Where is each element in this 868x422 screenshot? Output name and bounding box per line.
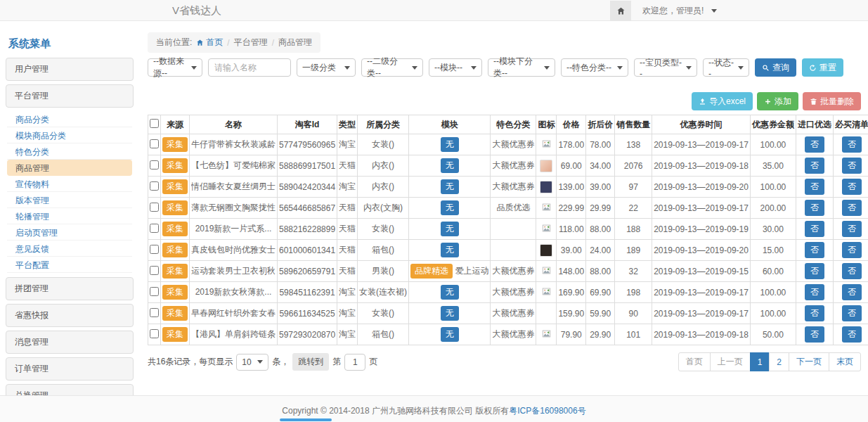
breadcrumb-separator: /	[272, 38, 274, 48]
sidebar-item-平台配置[interactable]: 平台配置	[7, 257, 132, 273]
row-checkbox[interactable]	[150, 245, 159, 254]
row-checkbox[interactable]	[150, 203, 159, 212]
must-buy-toggle[interactable]: 否	[842, 136, 862, 153]
coupon-time-cell: 2019-09-13—2019-09-17	[652, 134, 751, 155]
sidebar-item-宣传物料[interactable]: 宣传物料	[7, 176, 132, 192]
filter-level1-select[interactable]: 一级分类	[297, 58, 356, 77]
row-checkbox[interactable]	[150, 224, 159, 233]
must-buy-toggle[interactable]: 否	[842, 263, 862, 279]
must-buy-toggle[interactable]: 否	[842, 200, 862, 216]
price-cell: 69.00	[557, 155, 586, 177]
pager-button-1[interactable]: 1	[750, 352, 770, 371]
add-button[interactable]: 添加	[757, 92, 798, 110]
breadcrumb-home-link[interactable]: 首页	[196, 37, 223, 49]
page-size-select[interactable]: 10	[236, 354, 268, 371]
row-checkbox[interactable]	[150, 139, 159, 148]
sidebar-item-启动页管理[interactable]: 启动页管理	[7, 224, 132, 241]
module-cell: 品牌精选 爱上运动	[409, 261, 491, 282]
taoke-id-cell: 601000601341	[278, 240, 337, 261]
sidebar-section-平台管理[interactable]: 平台管理	[6, 84, 134, 108]
filter-source-select[interactable]: --数据来源--	[148, 58, 202, 77]
sidebar-section-用户管理[interactable]: 用户管理	[6, 58, 134, 81]
sidebar-section-订单管理[interactable]: 订单管理	[6, 357, 134, 381]
must-buy-toggle[interactable]: 否	[842, 158, 862, 174]
sidebar-section-省惠快报[interactable]: 省惠快报	[6, 304, 134, 327]
filter-status-select[interactable]: --状态--	[703, 58, 749, 77]
import-excel-button[interactable]: 导入excel	[692, 92, 753, 110]
row-select-cell	[148, 324, 161, 345]
import-select-toggle[interactable]: 否	[805, 326, 824, 343]
table-row: 采集运动套装男士卫衣初秋...589620659791天猫男装()品牌精选 爱上…	[148, 261, 868, 282]
must-buy-toggle[interactable]: 否	[842, 326, 862, 343]
column-header-来源: 来源	[161, 115, 190, 134]
reset-button[interactable]: 重置	[802, 58, 843, 77]
select-all-checkbox[interactable]	[150, 119, 159, 128]
import-select-toggle[interactable]: 否	[805, 179, 824, 195]
icp-link[interactable]: 粤ICP备16098006号	[509, 406, 585, 416]
discount-price-cell: 59.90	[586, 303, 615, 324]
discount-price-cell: 78.00	[586, 134, 615, 155]
pager-button-2[interactable]: 2	[769, 352, 789, 371]
row-checkbox[interactable]	[150, 287, 159, 296]
filter-item-type-select[interactable]: --宝贝类型--	[634, 58, 697, 77]
query-button[interactable]: 查询	[755, 58, 796, 77]
row-checkbox[interactable]	[150, 329, 159, 338]
feature-cell	[491, 240, 536, 261]
jump-page-input[interactable]	[344, 354, 365, 371]
topbar-home-button[interactable]	[610, 1, 631, 21]
must-buy-toggle[interactable]: 否	[842, 179, 862, 195]
filter-feature-select[interactable]: --特色分类--	[561, 58, 628, 77]
sidebar-item-商品分类[interactable]: 商品分类	[7, 111, 132, 127]
broken-image-icon	[542, 224, 551, 233]
sidebar-item-模块商品分类[interactable]: 模块商品分类	[7, 127, 132, 143]
category-cell: 内衣(文胸)	[358, 198, 409, 219]
sales-cell: 2076	[615, 155, 652, 177]
import-select-toggle[interactable]: 否	[805, 200, 824, 216]
source-badge: 采集	[162, 179, 188, 194]
table-row: 采集情侣睡衣女夏丝绸男士...589042420344淘宝内衣()无大额优惠券1…	[148, 177, 868, 198]
import-select-toggle[interactable]: 否	[805, 284, 824, 300]
filter-level2-select[interactable]: --二级分类--	[361, 58, 423, 77]
sidebar-item-版本管理[interactable]: 版本管理	[7, 192, 132, 208]
name-search-input[interactable]	[208, 58, 291, 77]
row-select-cell	[148, 282, 161, 303]
filter-module-select[interactable]: --模块--	[429, 58, 482, 77]
user-menu[interactable]: 欢迎您，管理员!	[642, 5, 717, 17]
filter-module-sub-select[interactable]: --模块下分类--	[488, 58, 555, 77]
import-select-toggle[interactable]: 否	[805, 305, 824, 321]
row-checkbox[interactable]	[150, 160, 159, 170]
must-buy-toggle[interactable]: 否	[842, 305, 862, 321]
sidebar-item-意见反馈[interactable]: 意见反馈	[7, 241, 132, 257]
source-badge: 采集	[162, 200, 188, 215]
row-checkbox[interactable]	[150, 181, 159, 191]
filter-module-value: --模块--	[434, 62, 462, 74]
feature-cell	[491, 219, 536, 240]
pager-button-末页[interactable]: 末页	[829, 352, 861, 371]
sidebar-section-拼团管理[interactable]: 拼团管理	[6, 277, 134, 300]
jump-to-button[interactable]: 跳转到	[292, 353, 329, 371]
query-button-label: 查询	[772, 62, 789, 74]
coupon-amount-cell: 100.00	[750, 177, 796, 198]
import-select-toggle[interactable]: 否	[805, 136, 824, 153]
import-select-toggle[interactable]: 否	[805, 263, 824, 279]
sidebar-item-商品管理[interactable]: 商品管理	[7, 160, 132, 176]
sales-cell: 138	[615, 134, 652, 155]
row-checkbox[interactable]	[150, 266, 159, 275]
caret-down-icon	[711, 9, 717, 13]
sales-cell: 90	[615, 303, 652, 324]
row-checkbox[interactable]	[150, 308, 159, 317]
import-select-toggle[interactable]: 否	[805, 221, 824, 237]
import-select-toggle[interactable]: 否	[805, 158, 824, 174]
taoke-id-cell: 596611634525	[278, 303, 337, 324]
batch-delete-button[interactable]: 批量删除	[803, 92, 861, 110]
must-buy-toggle[interactable]: 否	[842, 242, 862, 258]
pager-button-下一页[interactable]: 下一页	[789, 352, 829, 371]
coupon-amount-cell: 100.00	[750, 134, 796, 155]
horizontal-scrollbar-thumb[interactable]	[280, 418, 332, 421]
must-buy-toggle[interactable]: 否	[842, 284, 862, 300]
import-select-toggle[interactable]: 否	[805, 242, 824, 258]
sidebar-item-特色分类[interactable]: 特色分类	[7, 143, 132, 160]
sidebar-section-消息管理[interactable]: 消息管理	[6, 331, 134, 354]
sidebar-item-轮播管理[interactable]: 轮播管理	[7, 208, 132, 224]
must-buy-toggle[interactable]: 否	[842, 221, 862, 237]
